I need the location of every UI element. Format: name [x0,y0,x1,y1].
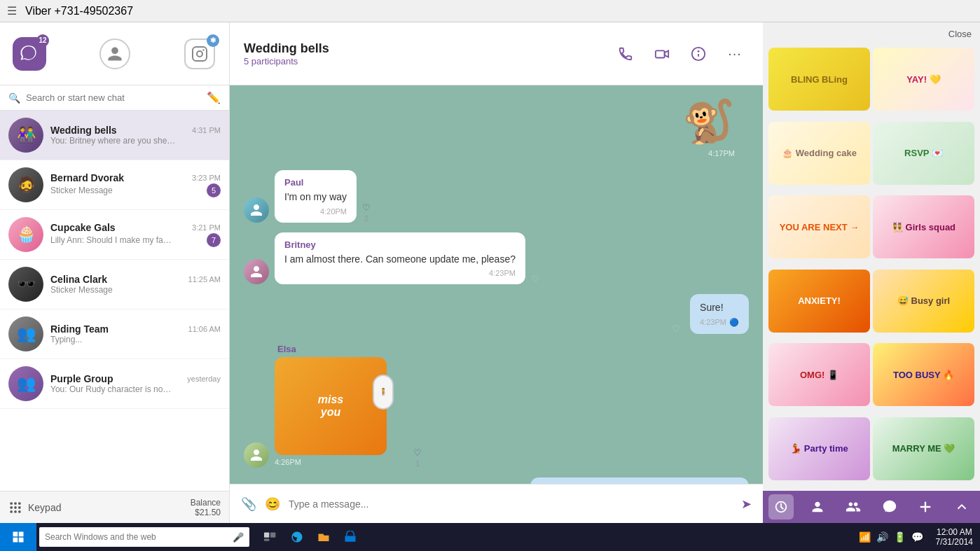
search-input[interactable] [26,92,201,103]
svg-rect-11 [18,510,20,512]
chat-preview: Sticker Message [50,285,113,295]
chat-list-item-riding[interactable]: 👥 Riding Team 11:06 AM Typing... [0,309,229,359]
chat-avatar: 👥 [8,316,43,351]
chat-name: Celina Clark [50,274,107,285]
sticker-item-s8[interactable]: 😅 Busy girl [873,270,974,333]
keypad-button[interactable]: Keypad [8,501,61,515]
chat-title-block: Wedding bells 5 participants [244,41,603,67]
sticker-tab-people[interactable] [805,494,830,519]
sticker-label: YOU ARE NEXT → [780,222,860,232]
chat-name: Purple Group [50,373,113,384]
chat-list-item-celina[interactable]: 🕶️ Celina Clark 11:25 AM Sticker Message [0,260,229,309]
bubble-content: Sure! 4:23PM 🔵 [690,294,749,334]
sticker-item-s5[interactable]: YOU ARE NEXT → [768,195,870,258]
chat-preview: Typing... [50,335,82,344]
sticker-item-s10[interactable]: TOO BUSY 🔥 [873,343,974,406]
chat-top: Cupcake Gals 3:21 PM [50,222,221,233]
chat-list-item-wedding[interactable]: 👫 Wedding bells 4:31 PM You: Britney whe… [0,111,229,160]
sticker-item-s4[interactable]: RSVP 💌 [873,122,974,185]
heart-count: 2 [364,214,368,223]
new-chat-icon[interactable]: ✏️ [207,91,221,104]
message-bubble: Elsa missyou 🧍 4:26PM [275,344,387,468]
task-view-button[interactable] [258,523,283,551]
chat-name: Wedding bells [50,125,117,136]
message-row: ♡ Sure! 4:23PM 🔵 [244,294,749,334]
sticker-tab-recent[interactable] [768,494,794,519]
sticker-scroll-up-button[interactable] [949,494,974,519]
sticker-item-s6[interactable]: 👯 Girls squad [873,195,974,258]
hamburger-menu[interactable]: ☰ [7,4,17,18]
message-meta: 4:23PM 🔵 [700,318,739,327]
chat-time: 11:06 AM [188,325,221,333]
balance-label: Balance [191,498,221,508]
svg-rect-9 [11,510,13,512]
more-options-button[interactable]: ··· [721,40,749,68]
voice-call-button[interactable] [612,40,640,68]
explorer-button[interactable] [311,523,336,551]
sticker-item-s12[interactable]: MARRY ME 💚 [873,417,974,480]
svg-rect-22 [13,538,18,543]
svg-rect-20 [13,532,18,537]
sticker-tab-groups[interactable] [841,494,866,519]
taskbar-clock[interactable]: 12:00 AM 7/31/2014 [929,527,980,547]
keypad-label: Keypad [28,502,61,513]
messages-container: 🐒 4:17PM Paul I'm on my way 4:20PM [230,85,763,484]
sticker-item-s2[interactable]: YAY! 💛 [873,48,974,111]
chat-area: Wedding bells 5 participants ··· 🐒 [230,22,763,523]
svg-rect-6 [11,506,13,508]
svg-rect-8 [18,506,20,508]
sidebar-header: 12 ✱ [0,22,229,85]
network-icon[interactable]: 📶 [859,531,871,543]
chat-top: Celina Clark 11:25 AM [50,274,221,285]
taskbar-search-input[interactable] [45,532,228,542]
message-bubble: Britney I am almost there. Can someone u… [275,232,525,285]
battery-icon[interactable]: 🔋 [894,531,906,543]
start-button[interactable] [0,523,36,551]
instagram-button[interactable]: ✱ [179,33,221,75]
store-button[interactable] [338,523,363,551]
heart-icon[interactable]: ♡ [531,274,539,284]
volume-icon[interactable]: 🔊 [876,531,888,543]
keypad-bar: Keypad Balance $21.50 [0,491,229,523]
video-call-button[interactable] [648,40,676,68]
message-row: Elsa missyou 🧍 4:26PM ♡ 1 [244,344,749,468]
message-meta: 4:23PM [284,269,516,277]
message-sender: Elsa [277,344,387,354]
close-sticker-panel-button[interactable]: Close [948,29,972,39]
mic-icon[interactable]: 🎤 [233,532,244,543]
sticker-add-button[interactable] [913,494,938,519]
heart-icon[interactable]: ♡ [672,323,680,334]
svg-rect-0 [193,47,207,61]
edge-browser-button[interactable] [284,523,310,551]
sticker-tab-viber[interactable] [877,494,902,519]
chats-button[interactable]: 12 [8,33,50,75]
heart-icon[interactable]: ♡ [362,202,371,213]
sticker-item-s3[interactable]: 🎂 Wedding cake [768,122,870,185]
message-input-field[interactable] [289,498,733,510]
emoji-button[interactable]: 😊 [265,496,280,512]
read-indicator: 🔵 [729,318,739,327]
contacts-button[interactable] [94,33,136,75]
chat-list-item-bernard[interactable]: 🧔 Bernard Dvorak 3:23 PM Sticker Message… [0,160,229,210]
sticker-item-s11[interactable]: 💃 Party time [768,417,870,480]
message-actions: ♡ 1 [413,447,422,468]
chat-list-item-purple[interactable]: 👥 Purple Group yesterday You: Our Rudy c… [0,359,229,409]
message-sender: Paul [284,177,347,188]
notifications-icon[interactable]: 💬 [911,531,923,543]
chat-preview: You: Britney where are you she is about … [50,136,177,146]
chat-avatar: 🧔 [8,167,43,202]
sticker-label: 😅 Busy girl [897,295,950,306]
chat-avatar: 👥 [8,366,43,401]
svg-rect-24 [264,532,269,537]
sticker-grid: BLING BLingYAY! 💛🎂 Wedding cakeRSVP 💌YOU… [763,45,980,491]
svg-rect-4 [14,502,16,504]
chat-list-item-cupcake[interactable]: 🧁 Cupcake Gals 3:21 PM Lilly Ann: Should… [0,210,229,260]
chat-preview: Sticker Message [50,186,113,195]
send-button[interactable]: ➤ [741,496,752,512]
heart-icon[interactable]: ♡ [413,447,422,458]
sticker-item-s1[interactable]: BLING BLing [768,48,870,111]
info-button[interactable] [684,40,712,68]
sticker-item-s7[interactable]: ANXIETY! [768,270,870,333]
sticker-item-s9[interactable]: OMG! 📱 [768,343,870,406]
attach-button[interactable]: 📎 [241,496,256,512]
